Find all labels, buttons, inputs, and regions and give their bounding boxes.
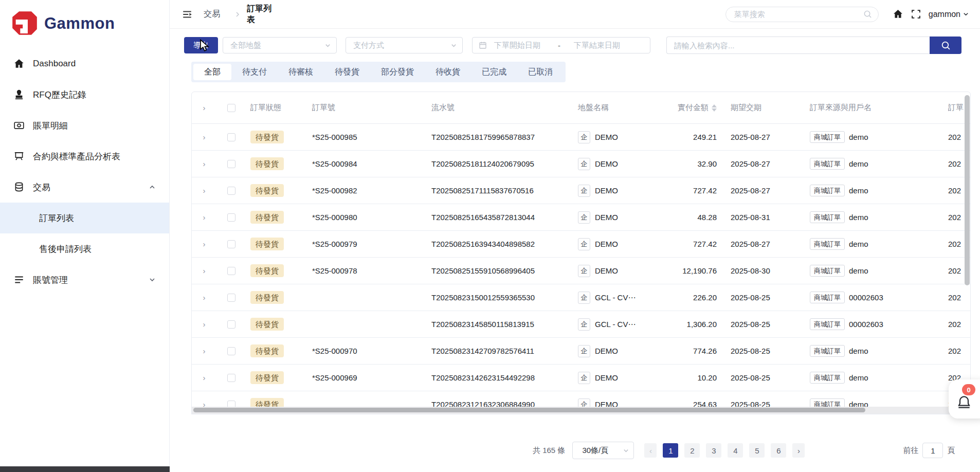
site-select[interactable]: 全部地盤	[223, 37, 337, 53]
date-range-picker[interactable]: 下單開始日期 - 下單結束日期	[472, 37, 650, 53]
page-button[interactable]: 4	[728, 443, 743, 458]
keyword-search-input[interactable]	[666, 37, 930, 54]
sidebar-item-aftersales-list[interactable]: 售後申請列表	[0, 233, 169, 264]
expand-all-icon[interactable]: ›	[203, 103, 206, 112]
extra-clipped: 202	[948, 320, 970, 329]
order-user: demo	[849, 240, 868, 248]
row-checkbox[interactable]	[227, 294, 235, 302]
menu-search-input[interactable]	[734, 10, 863, 19]
sidebar-item-rfq-history[interactable]: RFQ歷史記錄	[0, 79, 169, 110]
page-button[interactable]: 6	[771, 443, 786, 458]
row-expand-icon[interactable]: ›	[203, 373, 206, 382]
row-checkbox[interactable]	[227, 320, 235, 329]
filter-bar: 導出 全部地盤 支付方式 下單開始日期 - 下單結束日期	[184, 36, 961, 55]
expected-date: 2025-08-27	[720, 159, 803, 168]
row-checkbox[interactable]	[227, 160, 235, 168]
table-row[interactable]: › 待發貨 T20250823150012559365530 企 GCL - C…	[192, 284, 970, 311]
row-checkbox[interactable]	[227, 133, 235, 141]
row-expand-icon[interactable]: ›	[203, 293, 206, 302]
notification-badge: 0	[962, 384, 975, 395]
sidebar-item-dashboard[interactable]: Dashboard	[0, 48, 169, 79]
page-button[interactable]: 1	[663, 443, 678, 458]
order-user: demo	[849, 133, 868, 141]
status-tab[interactable]: 待支付	[231, 64, 278, 80]
row-expand-icon[interactable]: ›	[203, 186, 206, 195]
page-button[interactable]: 5	[749, 443, 765, 458]
sidebar-item-transactions[interactable]: 交易	[0, 172, 169, 203]
date-end-placeholder[interactable]: 下單結束日期	[574, 41, 620, 50]
header-amount: 實付金額	[656, 103, 720, 113]
page-button[interactable]: 2	[684, 443, 700, 458]
table-header-row: › 訂單狀態 訂單號 流水號 地盤名稱 實付金額 期望交期 訂單來源與用戶名 訂…	[192, 92, 970, 124]
table-row[interactable]: › 待發貨 *S25-000970 T202508231427097825764…	[192, 338, 970, 365]
sidebar-item-order-list[interactable]: 訂單列表	[0, 203, 169, 233]
status-tab[interactable]: 待審核	[278, 64, 324, 80]
brand-name: Gammon	[44, 14, 115, 33]
order-user: demo	[849, 213, 868, 222]
page-size-select[interactable]: 30條/頁	[572, 442, 634, 459]
payment-method-select[interactable]: 支付方式	[346, 37, 463, 53]
row-expand-icon[interactable]: ›	[203, 347, 206, 355]
sidebar-item-contract-analysis[interactable]: 合約與標準產品分析表	[0, 141, 169, 172]
order-user: 00002603	[849, 293, 883, 302]
order-status-badge: 待發貨	[250, 211, 284, 224]
export-button[interactable]: 導出	[184, 37, 218, 53]
sidebar-item-bills[interactable]: 賬單明細	[0, 110, 169, 141]
breadcrumb-parent[interactable]: 交易	[204, 9, 228, 20]
breadcrumb-current: 訂單列表	[247, 4, 277, 25]
status-tab[interactable]: 已完成	[471, 64, 517, 80]
search-button[interactable]	[930, 37, 961, 54]
status-tab[interactable]: 待發貨	[324, 64, 370, 80]
row-checkbox[interactable]	[227, 267, 235, 275]
status-tab[interactable]: 已取消	[517, 64, 564, 80]
sort-icons[interactable]	[712, 104, 717, 112]
prev-page-button[interactable]: ‹	[644, 443, 657, 458]
order-source-badge: 商城訂單	[810, 131, 845, 143]
status-tab[interactable]: 部分發貨	[370, 64, 425, 80]
row-expand-icon[interactable]: ›	[203, 133, 206, 141]
select-all-checkbox[interactable]	[227, 104, 235, 112]
table-row[interactable]: › 待發貨 *S25-000979 T202508251639434048985…	[192, 231, 970, 258]
row-expand-icon[interactable]: ›	[203, 266, 206, 275]
search-icon	[863, 10, 872, 19]
table-row[interactable]: › 待發貨 *S25-000985 T202508251817599658788…	[192, 124, 970, 151]
row-checkbox[interactable]	[227, 213, 235, 222]
table-row[interactable]: › 待發貨 *S25-000982 T202508251711158376705…	[192, 177, 970, 204]
serial-no: T20250825155910568996405	[427, 266, 574, 275]
row-expand-icon[interactable]: ›	[203, 159, 206, 168]
user-menu[interactable]: gammon	[929, 10, 969, 19]
sidebar-collapse-icon[interactable]	[182, 9, 192, 20]
serial-no: T20250825171115837670516	[427, 186, 574, 195]
status-tab[interactable]: 全部	[193, 64, 231, 80]
enterprise-badge: 企	[578, 131, 590, 143]
home-icon[interactable]	[893, 9, 903, 20]
serial-no: T20250825163943404898582	[427, 240, 574, 248]
page-button[interactable]: 3	[706, 443, 721, 458]
horizontal-scrollbar-track[interactable]	[192, 407, 970, 414]
date-start-placeholder[interactable]: 下單開始日期	[494, 41, 540, 50]
row-expand-icon[interactable]: ›	[203, 320, 206, 329]
row-checkbox[interactable]	[227, 347, 235, 355]
goto-page-input[interactable]	[922, 443, 943, 458]
horizontal-scrollbar-thumb[interactable]	[193, 408, 865, 412]
row-expand-icon[interactable]: ›	[203, 240, 206, 248]
row-checkbox[interactable]	[227, 187, 235, 195]
order-no: *S25-000970	[304, 347, 427, 355]
notification-fab[interactable]: 0	[949, 379, 980, 419]
table-row[interactable]: › 待發貨 *S25-000969 T202508231426231544922…	[192, 365, 970, 391]
stamp-icon	[13, 89, 25, 100]
serial-no: T20250825181124020679095	[427, 159, 574, 168]
header-site: 地盤名稱	[574, 103, 656, 113]
fullscreen-icon[interactable]	[911, 9, 921, 19]
sidebar-item-account-management[interactable]: 賬號管理	[0, 264, 169, 295]
status-tab[interactable]: 待收貨	[425, 64, 471, 80]
row-expand-icon[interactable]: ›	[203, 213, 206, 222]
row-checkbox[interactable]	[227, 374, 235, 382]
table-row[interactable]: › 待發貨 *S25-000984 T202508251811240206790…	[192, 151, 970, 177]
vertical-scrollbar-thumb[interactable]	[965, 95, 970, 285]
row-checkbox[interactable]	[227, 240, 235, 248]
table-row[interactable]: › 待發貨 T20250823145850115813915 企 GCL - C…	[192, 311, 970, 338]
next-page-button[interactable]: ›	[792, 443, 805, 458]
table-row[interactable]: › 待發貨 *S25-000978 T202508251559105689964…	[192, 258, 970, 284]
table-row[interactable]: › 待發貨 *S25-000980 T202508251654358728130…	[192, 204, 970, 231]
